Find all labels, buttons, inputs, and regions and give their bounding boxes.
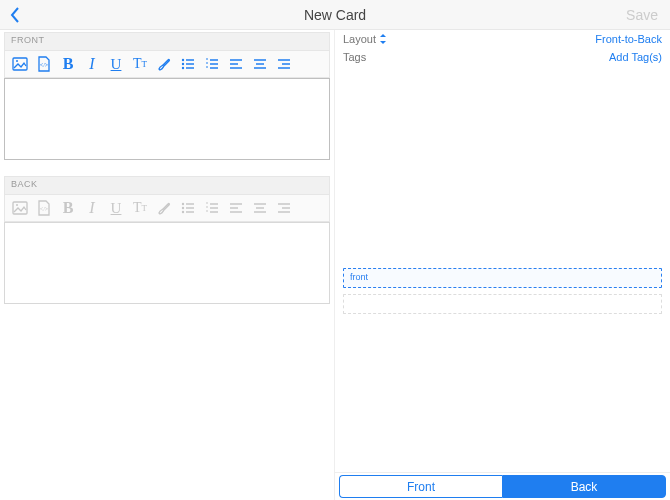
- align-right-icon: [276, 56, 292, 72]
- brush-icon: [156, 200, 172, 216]
- align-left-button[interactable]: [225, 53, 247, 75]
- underline-button[interactable]: U: [105, 53, 127, 75]
- numbered-list-icon: [204, 200, 220, 216]
- back-editor-label: BACK: [4, 176, 330, 194]
- align-right-button[interactable]: [273, 197, 295, 219]
- underline-button[interactable]: U: [105, 197, 127, 219]
- bullet-list-button[interactable]: [177, 53, 199, 75]
- main: FRONT </> B I U: [0, 30, 670, 500]
- align-left-icon: [228, 200, 244, 216]
- save-button: Save: [626, 7, 658, 23]
- svg-point-29: [182, 207, 184, 209]
- insert-image-button[interactable]: [9, 53, 31, 75]
- left-pane: FRONT </> B I U: [0, 30, 335, 500]
- svg-text:</>: </>: [40, 62, 49, 68]
- color-button[interactable]: [153, 197, 175, 219]
- align-left-icon: [228, 56, 244, 72]
- brush-icon: [156, 56, 172, 72]
- back-toolbar: </> B I U TT: [4, 194, 330, 222]
- top-bar: New Card Save: [0, 0, 670, 30]
- preview-back-slot[interactable]: [343, 294, 662, 314]
- tags-row: Tags Add Tag(s): [335, 48, 670, 66]
- layout-label: Layout: [343, 33, 376, 45]
- svg-point-5: [182, 63, 184, 65]
- add-tags-button[interactable]: Add Tag(s): [609, 51, 662, 63]
- file-icon: </>: [36, 200, 52, 216]
- svg-point-25: [16, 204, 18, 206]
- preview-front-slot[interactable]: front: [343, 268, 662, 288]
- front-textarea[interactable]: [4, 78, 330, 160]
- align-right-button[interactable]: [273, 53, 295, 75]
- text-size-button[interactable]: TT: [129, 197, 151, 219]
- bold-button[interactable]: B: [57, 197, 79, 219]
- image-icon: [12, 200, 28, 216]
- bullet-list-icon: [180, 200, 196, 216]
- file-icon: </>: [36, 56, 52, 72]
- image-icon: [12, 56, 28, 72]
- bullet-list-button[interactable]: [177, 197, 199, 219]
- back-button[interactable]: [10, 7, 20, 23]
- numbered-list-button[interactable]: [201, 197, 223, 219]
- svg-text:</>: </>: [40, 206, 49, 212]
- align-left-button[interactable]: [225, 197, 247, 219]
- page-title: New Card: [0, 7, 670, 23]
- align-center-button[interactable]: [249, 197, 271, 219]
- align-right-icon: [276, 200, 292, 216]
- insert-image-button[interactable]: [9, 197, 31, 219]
- numbered-list-button[interactable]: [201, 53, 223, 75]
- insert-file-button[interactable]: </>: [33, 197, 55, 219]
- align-center-icon: [252, 56, 268, 72]
- tags-label: Tags: [343, 51, 366, 63]
- svg-point-27: [182, 203, 184, 205]
- italic-button[interactable]: I: [81, 197, 103, 219]
- front-editor-label: FRONT: [4, 32, 330, 50]
- bold-button[interactable]: B: [57, 53, 79, 75]
- back-editor: BACK </> B I U: [4, 176, 330, 304]
- svg-marker-48: [380, 34, 386, 37]
- chevron-left-icon: [10, 7, 20, 23]
- insert-file-button[interactable]: </>: [33, 53, 55, 75]
- front-editor: FRONT </> B I U: [4, 32, 330, 160]
- layout-row: Layout Front-to-Back: [335, 30, 670, 48]
- svg-point-7: [182, 67, 184, 69]
- bullet-list-icon: [180, 56, 196, 72]
- align-center-icon: [252, 200, 268, 216]
- sort-icon[interactable]: [379, 34, 387, 44]
- back-textarea[interactable]: [4, 222, 330, 304]
- segment-back[interactable]: Back: [502, 475, 666, 498]
- preview-area: front: [335, 66, 670, 472]
- align-center-button[interactable]: [249, 53, 271, 75]
- numbered-list-icon: [204, 56, 220, 72]
- svg-point-3: [182, 59, 184, 61]
- color-button[interactable]: [153, 53, 175, 75]
- segment-front[interactable]: Front: [339, 475, 502, 498]
- italic-button[interactable]: I: [81, 53, 103, 75]
- text-size-button[interactable]: TT: [129, 53, 151, 75]
- svg-point-1: [16, 60, 18, 62]
- layout-value[interactable]: Front-to-Back: [595, 33, 662, 45]
- front-toolbar: </> B I U TT: [4, 50, 330, 78]
- svg-marker-49: [380, 41, 386, 44]
- svg-point-31: [182, 211, 184, 213]
- right-pane: Layout Front-to-Back Tags Add Tag(s) fro…: [335, 30, 670, 500]
- side-segmented-control: Front Back: [335, 472, 670, 500]
